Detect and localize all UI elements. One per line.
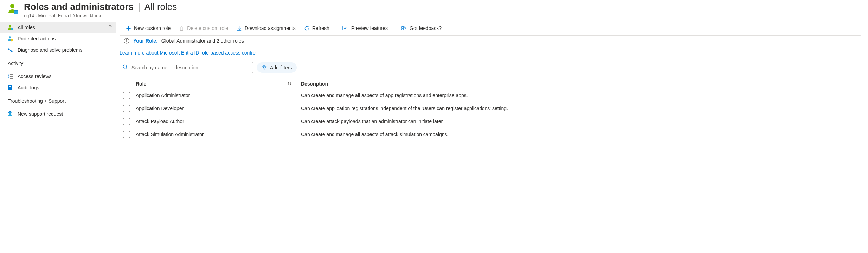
toolbar-label: Download assignments [245,25,296,31]
support-person-icon [7,111,13,117]
column-header-role[interactable]: Role [136,81,287,87]
book-icon [7,85,13,90]
sidebar-item-label: All roles [18,25,35,30]
role-name-link[interactable]: Attack Payload Author [136,119,287,124]
page-header: Roles and administrators | All roles ⋯ q… [0,0,868,22]
wrench-icon [7,47,13,53]
preview-icon [342,26,348,31]
info-icon [123,38,130,44]
sidebar-item-label: Protected actions [18,36,56,42]
column-header-description[interactable]: Description [301,81,861,87]
sidebar-item-label: Diagnose and solve problems [18,47,82,53]
checklist-icon [7,74,13,79]
plus-icon [126,26,131,31]
role-description: Can create and manage all aspects of app… [301,93,861,98]
svg-point-26 [126,39,127,40]
table-row[interactable]: Application Administrator Can create and… [120,89,861,102]
svg-rect-4 [11,28,13,30]
role-name-link[interactable]: Attack Simulation Administrator [136,132,287,137]
row-checkbox[interactable] [123,118,130,125]
preview-features-button[interactable]: Preview features [338,24,392,32]
page-title-context: All roles [144,1,177,12]
learn-more-link[interactable]: Learn more about Microsoft Entra ID role… [120,49,257,62]
row-checkbox[interactable] [123,131,130,138]
command-bar: New custom role Delete custom role Downl… [120,22,861,35]
role-description: Can create and manage all aspects of att… [301,132,861,137]
sidebar-item-label: Access reviews [18,74,51,79]
table-row[interactable]: Application Developer Can create applica… [120,102,861,115]
page-title: Roles and administrators [24,1,134,12]
new-custom-role-button[interactable]: New custom role [122,24,175,32]
sidebar-item-all-roles[interactable]: All roles [0,22,116,33]
sidebar-item-protected-actions[interactable]: Protected actions [0,33,116,44]
sidebar-item-label: New support request [18,111,63,117]
row-checkbox[interactable] [123,92,130,99]
svg-rect-2 [14,10,18,11]
svg-rect-15 [180,27,183,30]
collapse-sidebar-icon[interactable]: « [109,23,112,28]
delete-custom-role-button: Delete custom role [175,24,232,32]
toolbar-label: Preview features [351,25,388,31]
svg-point-5 [9,36,11,38]
sidebar-item-audit-logs[interactable]: Audit logs [0,82,116,93]
more-actions-icon[interactable]: ⋯ [180,3,191,11]
refresh-icon [304,26,309,31]
svg-line-29 [126,68,128,69]
sidebar-section-activity: Activity [1,56,114,69]
toolbar-label: Got feedback? [410,25,442,31]
sidebar-item-label: Audit logs [18,85,39,90]
search-box[interactable] [120,62,253,73]
svg-point-3 [9,25,11,27]
sidebar-item-diagnose[interactable]: Diagnose and solve problems [0,44,116,56]
your-role-value[interactable]: Global Administrator and 2 other roles [161,38,244,44]
tenant-subtitle: qg14 - Microsoft Entra ID for workforce [24,13,191,18]
svg-point-6 [11,39,13,42]
svg-point-23 [401,26,404,29]
toolbar-label: Delete custom role [187,25,228,31]
role-name-link[interactable]: Application Administrator [136,93,287,98]
toolbar-label: New custom role [134,25,171,31]
shield-person-icon [7,36,13,42]
search-icon [123,64,128,71]
role-name-link[interactable]: Application Developer [136,106,287,111]
sidebar-item-new-support-request[interactable]: New support request [0,108,116,120]
tenant-icon [7,3,19,16]
svg-point-28 [123,65,126,68]
person-icon [7,25,13,30]
role-description: Can create application registrations ind… [301,106,861,111]
svg-point-24 [405,28,406,29]
sidebar-item-access-reviews[interactable]: Access reviews [0,71,116,82]
sidebar-section-support: Troubleshooting + Support [1,93,114,107]
table-row[interactable]: Attack Simulation Administrator Can crea… [120,128,861,141]
got-feedback-button[interactable]: Got feedback? [397,24,446,32]
add-filters-label: Add filters [270,65,292,70]
feedback-person-icon [401,26,407,31]
svg-rect-11 [9,86,11,87]
table-row[interactable]: Attack Payload Author Can create attack … [120,115,861,128]
toolbar-separator [394,24,394,32]
title-separator: | [138,1,140,12]
role-description: Can create attack payloads that an admin… [301,119,861,124]
add-filters-button[interactable]: Add filters [257,62,297,73]
svg-point-0 [10,4,14,8]
your-role-banner: Your Role: Global Administrator and 2 ot… [120,35,861,46]
filter-icon [262,64,267,71]
sort-icon[interactable] [287,81,301,86]
trash-icon [179,26,184,31]
toolbar-label: Refresh [312,25,329,31]
your-role-label: Your Role: [133,38,158,44]
roles-table: Role Description Application Administrat… [120,79,861,141]
sidebar: « All roles Protected actions Diagnose a… [0,22,116,144]
row-checkbox[interactable] [123,105,130,112]
refresh-button[interactable]: Refresh [300,24,334,32]
download-assignments-button[interactable]: Download assignments [232,24,300,32]
download-icon [237,26,242,31]
toolbar-separator [336,24,336,32]
svg-point-12 [9,112,11,114]
search-input[interactable] [131,64,250,71]
svg-rect-27 [126,40,127,42]
